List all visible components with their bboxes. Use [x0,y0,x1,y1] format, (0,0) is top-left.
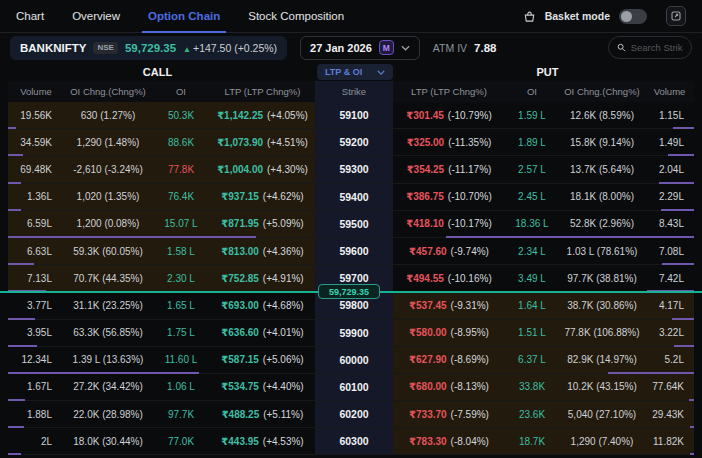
call-volume: 19.56K [8,102,64,128]
put-ltp: ₹386.75(-10.70%) [393,184,505,210]
call-volume: 1.67L [8,374,64,400]
put-volume: 7.42L [645,265,694,291]
spot-price: 59,729.35 [125,42,176,54]
call-volume: 7.13L [8,265,64,291]
put-ltp: ₹301.45(-10.79%) [393,102,505,128]
call-oi: 2.30 L [152,265,210,291]
col-call-volume: Volume [8,86,64,97]
option-row-59200[interactable]: 34.59K1,290 (1.48%)88.6K₹1,073.90(+4.51%… [8,129,694,156]
tab-overview[interactable]: Overview [72,0,120,32]
call-header: CALL [0,66,315,78]
call-oi-bar [8,154,23,156]
column-header-row: Volume OI Chng.(Chng%) OI LTP (LTP Chng%… [8,81,694,102]
call-oi-chng: 1.39 L (13.63%) [64,347,152,373]
put-oi-bar [690,453,694,455]
put-oi: 2.57 L [505,156,559,182]
put-oi-chng: 52.8K (2.96%) [559,211,645,237]
call-ltp: ₹813.00(+4.36%) [210,238,315,264]
call-ltp: ₹871.95(+5.09%) [210,211,315,237]
search-input[interactable] [631,42,683,53]
call-oi-bar [8,318,35,320]
spot-price-badge: 59,729.35 [318,284,380,299]
put-oi: 2.34 L [505,238,559,264]
call-volume: 6.59L [8,211,64,237]
call-oi: 76.4K [152,184,210,210]
option-row-60000[interactable]: 12.34L1.39 L (13.63%)11.60 L₹587.15(+5.0… [8,347,694,374]
call-ltp: ₹488.25(+5.11%) [210,401,315,427]
put-volume: 5.2L [645,347,694,373]
put-ltp: ₹733.70(-7.59%) [393,401,505,427]
option-row-60200[interactable]: 1.88L22.0K (28.98%)97.7K₹488.25(+5.11%)6… [8,401,694,428]
call-volume: 6.63L [8,238,64,264]
side-headers: CALL PUT LTP & OI [0,63,702,81]
call-oi: 88.6K [152,129,210,155]
put-oi-bar [690,426,694,428]
put-oi-bar [673,127,694,129]
put-ltp: ₹457.60(-9.74%) [393,238,505,264]
call-oi-chng: 63.3K (56.85%) [64,320,152,346]
strike-search[interactable] [608,36,692,59]
put-oi-chng: 15.8K (9.14%) [559,129,645,155]
instrument-summary[interactable]: BANKNIFTY NSE 59,729.35 ▲+147.50 (+0.25%… [10,36,287,60]
call-volume: 3.95L [8,320,64,346]
put-ltp: ₹494.55(-10.16%) [393,265,505,291]
put-oi: 6.37 L [505,347,559,373]
exchange-badge: NSE [93,42,117,54]
call-oi-bar [8,182,21,184]
put-ltp: ₹418.10(-10.17%) [393,211,505,237]
call-oi-bar [8,345,37,347]
put-oi: 1.64 L [505,292,559,318]
call-oi: 50.3K [152,102,210,128]
option-row-59600[interactable]: 6.63L59.3K (60.05%)1.58 L₹813.00(+4.36%)… [8,238,694,265]
put-volume: 77.64K [645,374,694,400]
ltp-oi-dropdown[interactable]: LTP & OI [317,64,393,80]
expiry-selector[interactable]: 27 Jan 2026 M [300,36,420,60]
option-row-59400[interactable]: 1.36L1,020 (1.35%)76.4K₹937.15(+4.62%)59… [8,184,694,211]
expand-icon [671,11,681,21]
put-oi-bar [661,209,694,211]
put-oi-bar [659,182,694,184]
option-row-60100[interactable]: 1.67L27.2K (34.42%)1.06 L₹534.75(+4.40%)… [8,374,694,401]
put-oi-chng: 18.1K (8.00%) [559,184,645,210]
strike-price: 60300 [315,428,393,454]
call-oi: 11.60 L [152,347,210,373]
put-ltp: ₹680.00(-8.13%) [393,374,505,400]
option-row-60300[interactable]: 2L18.0K (30.44%)77.0K₹443.95(+4.53%)6030… [8,428,694,455]
put-oi-bar [446,236,694,238]
put-oi: 1.59 L [505,102,559,128]
call-volume: 69.48K [8,156,64,182]
instrument-bar: BANKNIFTY NSE 59,729.35 ▲+147.50 (+0.25%… [0,33,702,62]
basket-mode-toggle[interactable] [619,9,647,24]
put-oi-chng: 82.9K (14.97%) [559,347,645,373]
tab-stock-composition[interactable]: Stock Composition [248,0,344,32]
call-oi: 1.65 L [152,292,210,318]
put-volume: 2.29L [645,184,694,210]
call-ltp: ₹636.60(+4.01%) [210,320,315,346]
call-oi-chng: 22.0K (28.98%) [64,401,152,427]
option-row-59100[interactable]: 19.56K630 (1.27%)50.3K₹1,142.25(+4.05%)5… [8,102,694,129]
call-oi-chng: 1,200 (0.08%) [64,211,152,237]
put-oi: 1.89 L [505,129,559,155]
expand-button[interactable] [666,6,686,26]
call-oi-bar [8,453,21,455]
call-oi-chng: 59.3K (60.05%) [64,238,152,264]
atm-iv-value: 7.88 [474,42,496,54]
call-volume: 1.88L [8,401,64,427]
call-oi-bar [8,372,199,374]
option-row-59500[interactable]: 6.59L1,200 (0.08%)15.07 L₹871.95(+5.09%)… [8,211,694,238]
call-oi-chng: -2,610 (-3.24%) [64,156,152,182]
option-row-59300[interactable]: 69.48K-2,610 (-3.24%)77.8K₹1,004.00(+4.3… [8,156,694,183]
put-oi-chng: 97.7K (38.81%) [559,265,645,291]
expiry-date: 27 Jan 2026 [310,42,372,54]
top-tab-bar: Chart Overview Option Chain Stock Compos… [0,0,702,33]
put-volume: 2.04L [645,156,694,182]
call-oi-chng: 630 (1.27%) [64,102,152,128]
put-oi: 3.49 L [505,265,559,291]
option-row-59900[interactable]: 3.95L63.3K (56.85%)1.75 L₹636.60(+4.01%)… [8,320,694,347]
put-ltp: ₹354.25(-11.17%) [393,156,505,182]
call-oi-chng: 31.1K (23.25%) [64,292,152,318]
tab-option-chain[interactable]: Option Chain [148,0,220,32]
col-put-oi: OI [505,86,559,97]
strike-price: 59500 [315,211,393,237]
tab-chart[interactable]: Chart [16,0,44,32]
